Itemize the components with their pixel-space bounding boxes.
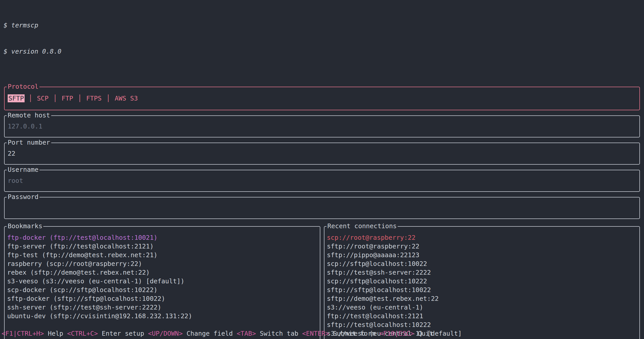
help-key: <UP/DOWN>	[144, 330, 183, 337]
help-desc: Help	[44, 330, 63, 337]
help-desc: Change field	[183, 330, 233, 337]
port-number-field: Port number	[4, 143, 640, 165]
port-number-input[interactable]	[8, 149, 636, 158]
recent-connection-item[interactable]: sftp://pippo@aaaaa:22123	[327, 251, 637, 260]
help-desc: Enter setup	[98, 330, 144, 337]
bookmark-item[interactable]: ubuntu-dev (sftp://cvisintin@192.168.232…	[7, 312, 317, 321]
bookmark-item[interactable]: ftp-server (ftp://test@localhost:2121)	[7, 242, 317, 251]
help-key: <ENTER>	[298, 330, 329, 337]
tab-separator: │	[106, 95, 110, 102]
recent-connection-item[interactable]: ftp://test@localhost:2121	[327, 312, 637, 321]
recent-connections-label: Recent connections	[326, 222, 398, 231]
password-field: Password	[4, 197, 640, 219]
bookmark-item[interactable]: sftp-docker (sftp://sftp@localhost:10022…	[7, 294, 317, 303]
bookmarks-list: ftp-docker (ftp://test@localhost:10021)f…	[7, 233, 317, 321]
remote-host-input[interactable]	[8, 122, 636, 131]
protocol-tab-aws-s3[interactable]: AWS S3	[114, 94, 139, 102]
bookmark-item[interactable]: s3-veeso (s3://veeso (eu-central-1) [def…	[7, 277, 317, 286]
password-label: Password	[7, 193, 39, 201]
bookmark-item[interactable]: raspberry (scp://root@raspberry:22)	[7, 260, 317, 268]
panels: Bookmarks ftp-docker (ftp://test@localho…	[4, 226, 640, 339]
recent-connection-item[interactable]: ftp://test@localhost:10021	[327, 338, 637, 339]
protocol-tabs: SFTP│SCP│FTP│FTPS│AWS S3	[8, 94, 139, 103]
remote-host-label: Remote host	[7, 111, 51, 120]
help-desc: Quit	[414, 330, 433, 337]
recent-connection-item[interactable]: sftp://sftp@localhost:10022	[327, 286, 637, 294]
bookmark-item[interactable]: scp-docker (scp://sftp@localhost:10222)	[7, 286, 317, 294]
recent-connection-item[interactable]: scp://root@raspberry:22	[327, 233, 637, 242]
tab-separator: │	[28, 95, 32, 102]
recent-connection-item[interactable]: sftp://test@localhost:10222	[327, 321, 637, 329]
help-key: <TAB>	[233, 330, 256, 337]
tab-separator: │	[78, 95, 82, 102]
help-key: <F10|ESC>	[375, 330, 414, 337]
recent-connection-item[interactable]: scp://sftp@localhost:10222	[327, 277, 637, 286]
username-field: Username	[4, 170, 640, 192]
app-header: $ termscp $ version 0.8.0	[0, 0, 644, 73]
bookmarks-label: Bookmarks	[7, 222, 43, 231]
recent-connections-panel: Recent connections scp://root@raspberry:…	[324, 226, 640, 339]
password-input[interactable]	[8, 204, 636, 212]
port-number-label: Port number	[7, 138, 51, 147]
tab-separator: │	[53, 95, 57, 102]
app-title: $ termscp	[4, 21, 644, 30]
bookmark-item[interactable]: ftp-test (ftp://demo@test.rebex.net:21)	[7, 251, 317, 260]
help-desc: Switch tab	[256, 330, 298, 337]
bookmark-item[interactable]: rebex (sftp://demo@test.rebex.net:22)	[7, 268, 317, 277]
bookmark-item[interactable]: ssh-server (sftp://test@ssh-server:2222)	[7, 303, 317, 312]
username-input[interactable]	[8, 176, 636, 185]
username-label: Username	[7, 165, 39, 174]
help-bar: <F1|CTRL+H> Help <CTRL+C> Enter setup <U…	[2, 329, 433, 338]
recent-connection-item[interactable]: s3://veeso (eu-central-1)	[327, 303, 637, 312]
protocol-tab-ftps[interactable]: FTPS	[86, 94, 102, 102]
recent-connection-item[interactable]: scp://sftp@localhost:10022	[327, 260, 637, 268]
bookmarks-panel: Bookmarks ftp-docker (ftp://test@localho…	[4, 226, 320, 339]
termscp-auth-screen: $ termscp $ version 0.8.0 Protocol SFTP│…	[0, 0, 644, 339]
help-desc: Submit form	[329, 330, 375, 337]
protocol-tab-sftp[interactable]: SFTP	[8, 94, 25, 102]
protocol-tab-scp[interactable]: SCP	[36, 94, 49, 102]
help-key: <F1|CTRL+H>	[2, 330, 44, 337]
protocol-field: Protocol SFTP│SCP│FTP│FTPS│AWS S3	[4, 87, 640, 110]
bookmark-item[interactable]: ftp-docker (ftp://test@localhost:10021)	[7, 233, 317, 242]
recent-connection-item[interactable]: sftp://test@ssh-server:2222	[327, 268, 637, 277]
app-version: $ version 0.8.0	[4, 47, 644, 56]
recent-connections-list: scp://root@raspberry:22sftp://root@raspb…	[327, 233, 637, 339]
protocol-label: Protocol	[7, 82, 39, 91]
help-key: <CTRL+C>	[63, 330, 98, 337]
remote-host-field: Remote host	[4, 115, 640, 137]
recent-connection-item[interactable]: sftp://demo@test.rebex.net:22	[327, 294, 637, 303]
protocol-tab-ftp[interactable]: FTP	[61, 94, 74, 102]
recent-connection-item[interactable]: sftp://root@raspberry:22	[327, 242, 637, 251]
